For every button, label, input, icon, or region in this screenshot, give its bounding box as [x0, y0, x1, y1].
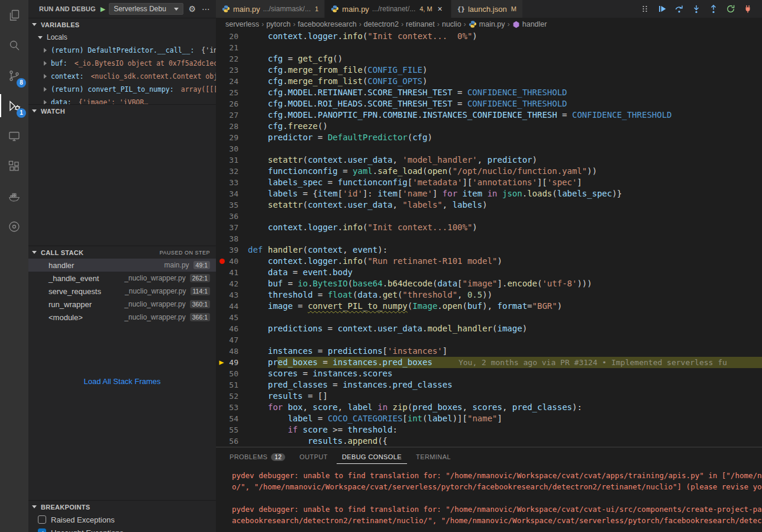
code-line[interactable]: 43 threshold = float(data.get("threshold…	[216, 289, 762, 301]
breakpoint-margin[interactable]	[216, 312, 228, 323]
breakpoint-margin[interactable]	[216, 244, 228, 256]
line-number[interactable]: 24	[228, 76, 248, 87]
line-number[interactable]: 45	[228, 312, 248, 323]
breakpoint-margin[interactable]	[216, 53, 228, 65]
line-number[interactable]: 46	[228, 323, 248, 334]
scope-locals[interactable]: Locals	[28, 31, 216, 44]
breakpoint-margin[interactable]	[216, 65, 228, 76]
close-tab-icon[interactable]: ×	[435, 4, 445, 14]
expand-chevron-icon[interactable]	[44, 48, 47, 53]
breakpoint-margin[interactable]	[216, 334, 228, 346]
line-number[interactable]: 33	[228, 177, 248, 188]
activity-source-control[interactable]: 8	[0, 60, 28, 91]
line-number[interactable]: 27	[228, 109, 248, 121]
code-line[interactable]: 46 predictions = context.user_data.model…	[216, 323, 762, 334]
stack-frame[interactable]: <module>_nuclio_wrapper.py366:1	[28, 311, 216, 324]
breakpoint-margin[interactable]	[216, 256, 228, 267]
panel-tab[interactable]: DEBUG CONSOLE	[337, 449, 407, 464]
breakpoint-checkbox[interactable]: ✓	[38, 528, 46, 532]
activity-extensions[interactable]	[0, 151, 28, 181]
editor-tab[interactable]: main.py.../retinanet/...4, M×	[325, 0, 451, 18]
line-number[interactable]: 43	[228, 289, 248, 301]
line-number[interactable]: 21	[228, 42, 248, 53]
breakpoint-margin[interactable]	[216, 436, 228, 447]
line-number[interactable]: 32	[228, 166, 248, 177]
breakpoint-margin[interactable]	[216, 289, 228, 301]
variable-item[interactable]: data:{'image': 'iVBOR…	[28, 96, 216, 104]
call-stack-header[interactable]: CALL STACK PAUSED ON STEP	[28, 246, 216, 259]
line-number[interactable]: 39	[228, 244, 248, 256]
code-line[interactable]: 22 cfg = get_cfg()	[216, 53, 762, 65]
breakpoint-margin[interactable]	[216, 199, 228, 211]
breakpoint-margin[interactable]	[216, 379, 228, 391]
breadcrumb-item[interactable]: main.py	[469, 20, 505, 28]
code-line[interactable]: 56 results.append({	[216, 436, 762, 447]
breakpoint-margin[interactable]	[216, 233, 228, 244]
code-line[interactable]: 40 context.logger.info("Run retinanet-R1…	[216, 256, 762, 267]
breadcrumb-item[interactable]: pytorch	[266, 20, 290, 28]
line-number[interactable]: 28	[228, 121, 248, 132]
load-all-stack-frames-link[interactable]: Load All Stack Frames	[28, 373, 216, 386]
editor-tab[interactable]: main.py.../siammask/...1	[216, 0, 325, 18]
breakpoint-margin[interactable]	[216, 31, 228, 42]
expand-chevron-icon[interactable]	[44, 61, 47, 66]
code-line[interactable]: 50 scores = instances.scores	[216, 368, 762, 379]
breakpoints-header[interactable]: BREAKPOINTS	[28, 500, 216, 513]
step-over-button[interactable]	[674, 4, 684, 14]
watch-header[interactable]: WATCH	[28, 104, 216, 117]
panel-tab[interactable]: TERMINAL	[411, 449, 456, 464]
code-line[interactable]: 23 cfg.merge_from_file(CONFIG_FILE)	[216, 65, 762, 76]
breakpoint-margin[interactable]	[216, 413, 228, 424]
activity-remote-explorer[interactable]	[0, 121, 28, 151]
breakpoint-margin[interactable]	[216, 211, 228, 222]
breakpoint-margin[interactable]	[216, 368, 228, 379]
breadcrumb-item[interactable]: facebookresearch	[298, 20, 356, 28]
breakpoint-item[interactable]: ✓Uncaught Exceptions	[28, 526, 216, 532]
line-number[interactable]: 36	[228, 211, 248, 222]
toolbar-grip-icon[interactable]	[640, 4, 650, 14]
breakpoint-margin[interactable]	[216, 154, 228, 166]
breakpoint-margin[interactable]	[216, 98, 228, 109]
line-number[interactable]: 42	[228, 278, 248, 289]
expand-chevron-icon[interactable]	[44, 74, 47, 79]
debug-console-output[interactable]: pydev debugger: unable to find translati…	[216, 466, 762, 532]
line-number[interactable]: 40	[228, 256, 248, 267]
breakpoint-margin[interactable]	[216, 267, 228, 278]
code-line[interactable]: 25 cfg.MODEL.RETINANET.SCORE_THRESH_TEST…	[216, 87, 762, 98]
expand-chevron-icon[interactable]	[44, 100, 47, 104]
breadcrumb-item[interactable]: retinanet	[406, 20, 435, 28]
activity-docker[interactable]	[0, 181, 28, 211]
more-actions-icon[interactable]: ⋯	[201, 5, 211, 13]
line-number[interactable]: 50	[228, 368, 248, 379]
breakpoint-dot-icon[interactable]	[219, 259, 225, 264]
editor-tab[interactable]: {}launch.jsonM	[451, 0, 523, 18]
code-line[interactable]: 26 cfg.MODEL.ROI_HEADS.SCORE_THRESH_TEST…	[216, 98, 762, 109]
code-line[interactable]: 20 context.logger.info("Init context... …	[216, 31, 762, 42]
breakpoint-margin[interactable]	[216, 346, 228, 357]
breakpoint-margin[interactable]	[216, 188, 228, 199]
breakpoint-margin[interactable]	[216, 424, 228, 436]
code-line[interactable]: 52 results = []	[216, 391, 762, 402]
code-line[interactable]: 32 functionconfig = yaml.safe_load(open(…	[216, 166, 762, 177]
breadcrumb-item[interactable]: detectron2	[364, 20, 399, 28]
breakpoint-margin[interactable]	[216, 143, 228, 154]
breakpoint-margin[interactable]	[216, 121, 228, 132]
activity-custom-extension[interactable]	[0, 211, 28, 241]
breakpoint-margin[interactable]	[216, 76, 228, 87]
code-line[interactable]: 42 buf = io.BytesIO(base64.b64decode(dat…	[216, 278, 762, 289]
stack-frame[interactable]: _handle_event_nuclio_wrapper.py262:1	[28, 272, 216, 285]
line-number[interactable]: 37	[228, 222, 248, 233]
panel-tab[interactable]: PROBLEMS12	[224, 449, 290, 465]
launch-config-dropdown[interactable]: Serverless Debu	[109, 3, 183, 15]
code-line[interactable]: 34 labels = {item['id']: item['name'] fo…	[216, 188, 762, 199]
line-number[interactable]: 53	[228, 402, 248, 413]
line-number[interactable]: 25	[228, 87, 248, 98]
code-line[interactable]: 21	[216, 42, 762, 53]
breakpoint-margin[interactable]	[216, 177, 228, 188]
code-line[interactable]: 49 pred_boxes = instances.pred_boxesYou,…	[216, 357, 762, 368]
line-number[interactable]: 44	[228, 301, 248, 312]
line-number[interactable]: 30	[228, 143, 248, 154]
line-number[interactable]: 41	[228, 267, 248, 278]
line-number[interactable]: 51	[228, 379, 248, 391]
line-number[interactable]: 49	[228, 357, 248, 368]
